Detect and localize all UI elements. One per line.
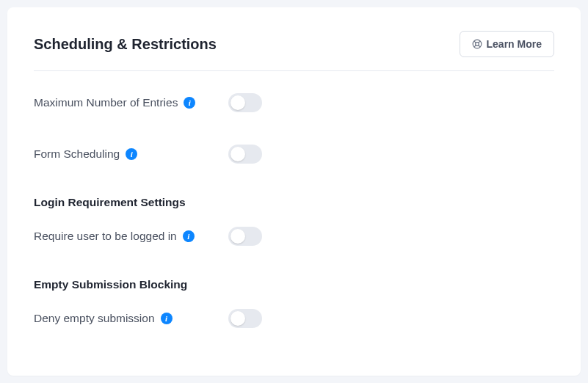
label-form-scheduling: Form Scheduling xyxy=(34,147,120,161)
learn-more-button[interactable]: Learn More xyxy=(460,31,554,57)
life-ring-icon xyxy=(472,39,482,49)
row-require-login: Require user to be logged in i xyxy=(34,227,554,246)
settings-card: Scheduling & Restrictions Learn More Max… xyxy=(7,7,581,376)
toggle-knob xyxy=(231,229,245,244)
info-icon[interactable]: i xyxy=(161,313,173,324)
label-deny-empty: Deny empty submission xyxy=(34,312,155,325)
svg-line-2 xyxy=(473,41,475,43)
svg-point-1 xyxy=(475,43,479,46)
toggle-knob xyxy=(231,95,245,110)
svg-line-4 xyxy=(478,41,479,43)
row-deny-empty: Deny empty submission i xyxy=(34,309,554,328)
subheading-empty-submission: Empty Submission Blocking xyxy=(34,278,554,291)
label-require-login: Require user to be logged in xyxy=(34,230,177,243)
row-max-entries: Maximum Number of Entries i xyxy=(34,93,554,112)
label-max-entries: Maximum Number of Entries xyxy=(34,96,178,109)
toggle-max-entries[interactable] xyxy=(228,93,262,112)
toggle-knob xyxy=(231,311,245,326)
toggle-deny-empty[interactable] xyxy=(228,309,262,328)
label-wrap-require-login: Require user to be logged in i xyxy=(34,230,228,243)
toggle-knob xyxy=(231,147,245,161)
toggle-require-login[interactable] xyxy=(228,227,262,246)
info-icon[interactable]: i xyxy=(126,148,137,160)
learn-more-label: Learn More xyxy=(487,38,542,50)
svg-line-3 xyxy=(478,45,479,47)
row-form-scheduling: Form Scheduling i xyxy=(34,145,554,164)
svg-line-5 xyxy=(473,45,475,47)
card-title: Scheduling & Restrictions xyxy=(34,36,217,53)
label-wrap-max-entries: Maximum Number of Entries i xyxy=(34,96,228,109)
info-icon[interactable]: i xyxy=(183,230,195,242)
subheading-login-requirement: Login Requirement Settings xyxy=(34,196,554,209)
info-icon[interactable]: i xyxy=(184,97,195,109)
card-header: Scheduling & Restrictions Learn More xyxy=(34,31,554,71)
label-wrap-form-scheduling: Form Scheduling i xyxy=(34,147,228,161)
toggle-form-scheduling[interactable] xyxy=(228,145,262,164)
label-wrap-deny-empty: Deny empty submission i xyxy=(34,312,228,325)
